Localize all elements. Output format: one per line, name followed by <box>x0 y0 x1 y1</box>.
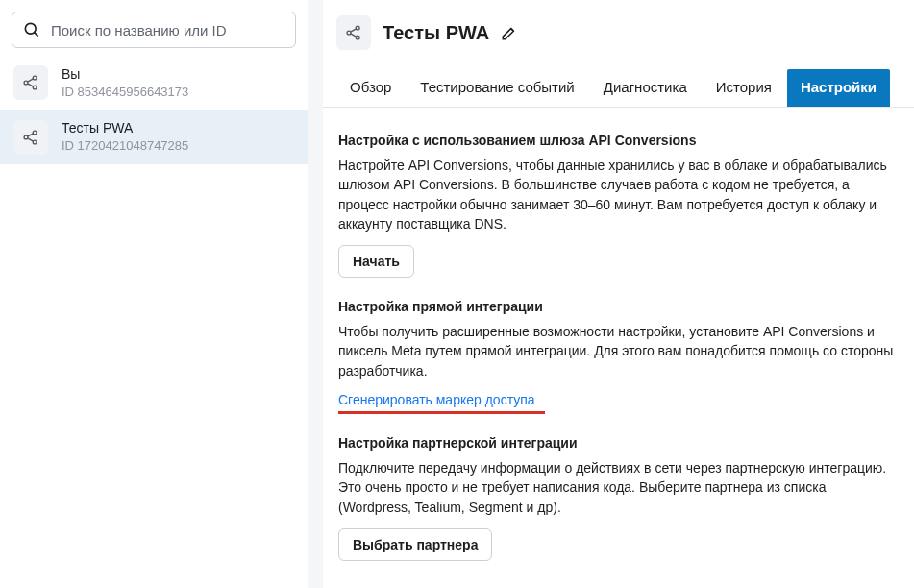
section-direct: Настройка прямой интеграции Чтобы получи… <box>338 299 899 414</box>
section-body: Подключите передачу информации о действи… <box>338 458 899 517</box>
svg-point-13 <box>356 26 359 30</box>
search-icon <box>22 20 41 39</box>
sidebar-item-title: Вы <box>62 65 188 84</box>
sidebar-item-text: Вы ID 8534645956643173 <box>62 65 188 100</box>
section-title: Настройка партнерской интеграции <box>338 435 899 451</box>
page-title: Тесты PWA <box>383 22 489 44</box>
share-nodes-icon <box>336 15 371 50</box>
edit-icon[interactable] <box>501 24 518 41</box>
sidebar-item-sub: ID 8534645956643173 <box>62 84 188 101</box>
svg-point-7 <box>24 135 28 139</box>
svg-point-12 <box>347 31 351 35</box>
svg-line-10 <box>28 133 34 135</box>
tab-history[interactable]: История <box>703 69 785 107</box>
sidebar-item-you[interactable]: Вы ID 8534645956643173 <box>0 56 308 110</box>
tabs: Обзор Тестирование событий Диагностика И… <box>323 69 914 108</box>
section-body: Настройте API Conversions, чтобы данные … <box>338 156 899 233</box>
svg-point-4 <box>33 86 37 89</box>
tab-overview[interactable]: Обзор <box>336 69 405 107</box>
search-input[interactable] <box>51 22 285 38</box>
sidebar-item-title: Тесты PWA <box>62 119 188 137</box>
search-container <box>0 12 308 56</box>
sidebar-item-sub: ID 1720421048747285 <box>62 137 188 155</box>
svg-line-6 <box>28 84 34 86</box>
section-partner: Настройка партнерской интеграции Подключ… <box>338 435 899 561</box>
svg-point-14 <box>356 36 359 39</box>
generate-token-link[interactable]: Сгенерировать маркер доступа <box>338 392 535 407</box>
section-gateway: Настройка с использованием шлюза API Con… <box>338 133 899 278</box>
sidebar-item-tests-pwa[interactable]: Тесты PWA ID 1720421048747285 <box>0 110 308 163</box>
header: Тесты PWA <box>323 10 914 56</box>
svg-line-1 <box>35 33 38 37</box>
start-button[interactable]: Начать <box>338 245 414 278</box>
choose-partner-button[interactable]: Выбрать партнера <box>338 528 492 561</box>
svg-line-5 <box>28 79 34 82</box>
section-title: Настройка прямой интеграции <box>338 299 899 314</box>
main-panel: Тесты PWA Обзор Тестирование событий Диа… <box>323 0 914 588</box>
svg-line-16 <box>351 34 357 37</box>
search-box[interactable] <box>12 12 296 48</box>
svg-line-11 <box>28 137 34 140</box>
share-nodes-icon <box>13 65 48 100</box>
svg-point-8 <box>33 131 37 135</box>
content: Настройка с использованием шлюза API Con… <box>323 108 914 561</box>
svg-point-9 <box>33 140 37 144</box>
svg-point-0 <box>25 23 36 34</box>
tab-settings[interactable]: Настройки <box>787 69 890 107</box>
share-nodes-icon <box>13 120 48 155</box>
sidebar-item-text: Тесты PWA ID 1720421048747285 <box>62 119 188 154</box>
highlight-underline <box>338 411 545 414</box>
svg-point-2 <box>24 81 28 85</box>
svg-point-3 <box>33 76 37 80</box>
svg-line-15 <box>351 29 357 32</box>
section-title: Настройка с использованием шлюза API Con… <box>338 133 899 148</box>
section-body: Чтобы получить расширенные возможности н… <box>338 322 899 380</box>
sidebar: Вы ID 8534645956643173 Тесты PWA ID 1720… <box>0 0 308 588</box>
tab-event-testing[interactable]: Тестирование событий <box>407 69 587 107</box>
tab-diagnostics[interactable]: Диагностика <box>590 69 701 107</box>
